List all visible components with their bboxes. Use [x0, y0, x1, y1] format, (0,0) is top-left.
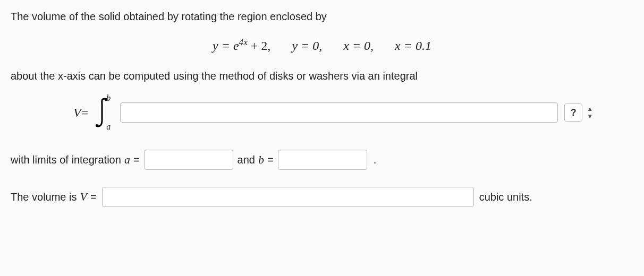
integral-V-label: V: [73, 106, 81, 120]
integral-equals: =: [81, 106, 89, 120]
volume-prefix: The volume is: [11, 191, 77, 203]
limits-prefix: with limits of integration: [11, 154, 121, 166]
triangle-down-icon: ▼: [587, 113, 593, 119]
integral-expression: V = b a: [73, 97, 113, 128]
eq-x-end: x = 0.1: [395, 39, 431, 53]
stepper-up-button[interactable]: ▲: [586, 105, 594, 113]
volume-input[interactable]: [102, 187, 474, 207]
eq-x-zero: x = 0,: [343, 39, 374, 53]
volume-V-label: V: [77, 190, 90, 204]
volume-suffix: cubic units.: [479, 191, 532, 203]
limit-b-eq: =: [267, 154, 274, 166]
eq-y-expr-rhs: + 2,: [248, 39, 271, 53]
volume-row: The volume is V = cubic units.: [11, 187, 633, 207]
stepper: ▲ ▼: [586, 104, 594, 122]
integral-row: V = b a ? ▲ ▼: [11, 97, 633, 128]
limit-a-eq: =: [133, 154, 140, 166]
eq-y-zero: y = 0,: [292, 39, 322, 53]
equation-display: y = e4x + 2, y = 0, x = 0, x = 0.1: [11, 37, 633, 53]
limit-b-label: b: [255, 153, 267, 167]
eq-y-expr-sup: 4x: [239, 37, 248, 47]
limits-and: and: [238, 154, 255, 166]
limits-row: with limits of integration a = and b = .: [11, 150, 633, 170]
eq-y-expr-lhs: y = e: [213, 39, 239, 53]
volume-eq: =: [90, 191, 97, 203]
help-button[interactable]: ?: [564, 104, 582, 122]
integral-upper-bound: b: [106, 93, 111, 103]
intro-text: The volume of the solid obtained by rota…: [11, 8, 633, 24]
limit-a-label: a: [121, 153, 133, 167]
stepper-down-button[interactable]: ▼: [586, 113, 594, 120]
integral-lower-bound: a: [106, 122, 111, 132]
svg-point-1: [96, 124, 98, 127]
integral-sign-icon: b a: [94, 97, 109, 128]
limit-b-input[interactable]: [278, 150, 367, 170]
integrand-input[interactable]: [120, 102, 558, 123]
about-text: about the x-axis can be computed using t…: [11, 68, 633, 84]
triangle-up-icon: ▲: [587, 106, 593, 112]
limit-a-input[interactable]: [144, 150, 233, 170]
limits-dot: .: [371, 154, 377, 166]
